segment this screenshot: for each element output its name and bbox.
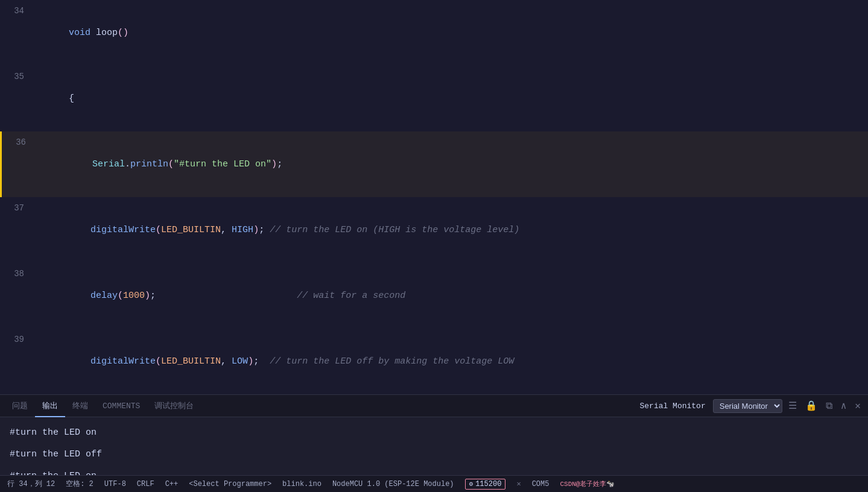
baud-rate-value: 115200 [475, 480, 501, 488]
language-info: C++ [165, 480, 179, 488]
line-ending-info: CRLF [137, 480, 154, 488]
code-line-37: 37 digitalWrite(LED_BUILTIN, HIGH); // t… [0, 197, 868, 263]
method-println: println [130, 159, 168, 169]
comma-37: , [221, 225, 232, 235]
comment-38: // wait for a second [156, 291, 405, 301]
semi-38: ; [150, 291, 156, 301]
list-icon[interactable]: ☰ [786, 399, 799, 413]
tab-issues[interactable]: 问题 [5, 394, 35, 417]
semi-37: ; [259, 225, 270, 235]
paren-38b: ) [145, 291, 150, 301]
line-content-34: void loop() [36, 1, 868, 66]
paren-36b: ) [271, 159, 277, 169]
string-36: "#turn the LED on" [174, 159, 271, 169]
code-line-38: 38 delay(1000); // wait for a second [0, 263, 868, 329]
semi-36: ; [277, 159, 282, 169]
lock-icon[interactable]: 🔒 [803, 399, 820, 413]
code-line-34: 34 void loop() [0, 0, 868, 66]
cursor-position: 行 34，列 12 [7, 479, 55, 489]
serial-monitor-dropdown[interactable]: Serial Monitor [713, 399, 782, 413]
code-editor: 34 void loop() 35 { 36 Serial.println("#… [0, 0, 868, 394]
line-content-39: digitalWrite(LED_BUILTIN, LOW); // turn … [36, 329, 868, 394]
comment-37: // turn the LED on (HIGH is the voltage … [270, 225, 519, 235]
port-info: COM5 [532, 480, 550, 488]
chevron-up-icon[interactable]: ∧ [838, 399, 849, 413]
user-badge: CSDN@老子姓李🐄 [560, 479, 615, 488]
output-panel[interactable]: #turn the LED on #turn the LED off #turn… [0, 417, 868, 475]
paren-39a: ( [156, 356, 161, 367]
const-led-39: LED_BUILTIN [161, 356, 221, 367]
line-number-39: 39 [0, 329, 36, 350]
line-content-35: { [36, 66, 868, 131]
code-line-39: 39 digitalWrite(LED_BUILTIN, LOW); // tu… [0, 329, 868, 394]
line-number-38: 38 [0, 263, 36, 285]
const2-low: LOW [232, 356, 248, 367]
board-info: NodeMCU 1.0 (ESP-12E Module) [332, 480, 454, 488]
output-line-3: #turn the LED on [10, 465, 858, 475]
const-led-37: LED_BUILTIN [161, 225, 221, 235]
method-delay: delay [69, 291, 118, 301]
line-number-37: 37 [0, 197, 36, 219]
paren-37a: ( [156, 225, 161, 235]
line-content-38: delay(1000); // wait for a second [36, 263, 868, 329]
const2-high: HIGH [232, 225, 253, 235]
tab-debug-console[interactable]: 调试控制台 [147, 394, 201, 417]
spaces-info: 空格: 2 [66, 479, 93, 489]
paren-39b: ) [248, 356, 253, 367]
tab-comments[interactable]: COMMENTS [95, 394, 147, 417]
line-content-37: digitalWrite(LED_BUILTIN, HIGH); // turn… [36, 198, 868, 263]
fn-loop: loop [96, 28, 118, 38]
paren-38a: ( [118, 291, 123, 301]
panel-tabs: 问题 输出 终端 COMMENTS 调试控制台 Serial Monitor S… [0, 394, 868, 417]
line-content-36: Serial.println("#turn the LED on"); [38, 132, 868, 197]
brace-35: { [69, 93, 74, 104]
comma-39: , [221, 356, 232, 367]
keyword-void: void [69, 28, 96, 38]
semi-39: ; [253, 356, 270, 367]
method-dw-37: digitalWrite [69, 225, 156, 235]
programmer-info[interactable]: <Select Programmer> [189, 480, 271, 488]
output-line-1: #turn the LED on [10, 422, 858, 444]
copy-icon[interactable]: ⧉ [823, 399, 835, 413]
close-icon[interactable]: ✕ [852, 399, 863, 413]
code-line-36: 36 Serial.println("#turn the LED on"); [0, 131, 868, 197]
dot-36: . [125, 159, 130, 169]
comment-39: // turn the LED off by making the voltag… [270, 356, 514, 367]
line-number-34: 34 [0, 0, 36, 22]
paren-37b: ) [253, 225, 259, 235]
encoding-info: UTF-8 [104, 480, 126, 488]
baud-rate-container[interactable]: ⚙ 115200 [465, 479, 506, 490]
method-dw-39: digitalWrite [69, 356, 156, 367]
status-bar: 行 34，列 12 空格: 2 UTF-8 CRLF C++ <Select P… [0, 475, 868, 492]
line-number-36: 36 [2, 131, 38, 153]
panel-title: Serial Monitor [640, 402, 706, 411]
baud-close-icon[interactable]: ✕ [516, 479, 521, 488]
panel-controls: Serial Monitor Serial Monitor ☰ 🔒 ⧉ ∧ ✕ [640, 399, 864, 413]
obj-serial: Serial [71, 159, 125, 169]
filename-info: blink.ino [282, 480, 322, 488]
paren-34: () [118, 28, 128, 38]
gear-icon: ⚙ [469, 480, 474, 488]
code-line-35: 35 { [0, 66, 868, 131]
line-number-35: 35 [0, 66, 36, 87]
paren-36a: ( [168, 159, 174, 169]
output-line-2: #turn the LED off [10, 444, 858, 465]
tab-terminal[interactable]: 终端 [65, 394, 95, 417]
num-1000: 1000 [123, 291, 145, 301]
tab-output[interactable]: 输出 [35, 394, 65, 417]
